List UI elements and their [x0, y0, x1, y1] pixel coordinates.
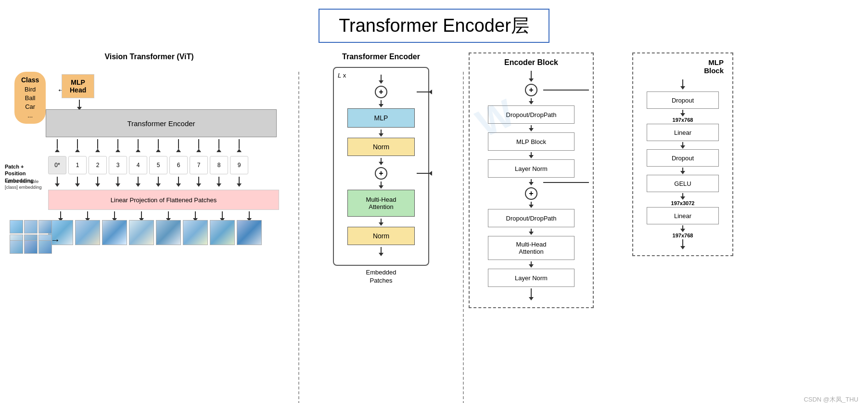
page-title-container: Transformer Encoder层 [0, 0, 868, 43]
mlp-top-arrow [680, 79, 685, 90]
transformer-encoder-box: Transformer Encoder [46, 109, 277, 137]
te-mha-label: Multi-HeadAttention [366, 196, 396, 210]
eb-dropout1-box: Dropout/DropPath [488, 105, 574, 124]
token-arrows-down [48, 177, 248, 187]
ta8 [190, 139, 208, 152]
arrow-img-to-patches: → [51, 234, 60, 246]
eb-dropout1-label: Dropout/DropPath [506, 111, 557, 118]
mlp-arrow-2 [680, 142, 685, 149]
mlp-linear1-label: Linear [674, 129, 691, 136]
csdn-label: CSDN @木凤_THU [804, 395, 858, 403]
transformer-encoder-label: Transformer Encoder [127, 119, 195, 128]
linear-proj-label: Linear Projection of Flattened Patches [111, 196, 217, 204]
linear-proj-box: Linear Projection of Flattened Patches [48, 190, 279, 210]
mlp-size2: 197x3072 [671, 200, 695, 206]
te-arrow-2 [344, 130, 419, 137]
eb-plus-top: + [473, 84, 589, 96]
eb-arrow-4 [529, 179, 534, 185]
class-items: BirdBallCar... [21, 85, 39, 120]
vit-title: Vision Transformer (ViT) [5, 52, 294, 61]
mlp-size3: 197x768 [673, 233, 693, 238]
eb-skip-line-2h [543, 182, 589, 183]
mlp-linear2-box: Linear [647, 207, 719, 224]
mlp-block-section: MLPBlock Dropout 197x768 [627, 52, 762, 256]
te-arrow-4 [344, 182, 419, 189]
token-2: 2 [89, 156, 107, 174]
mlp-size1: 197x768 [673, 117, 693, 123]
image-patches-row [48, 220, 262, 245]
token-8: 8 [210, 156, 228, 174]
token-7: 7 [190, 156, 208, 174]
mlp-arrow-1 [680, 110, 685, 117]
eb-dropout2-box: Dropout/DropPath [488, 209, 574, 227]
top-output-arrow [344, 75, 419, 84]
eb-arrow-3 [529, 152, 534, 158]
mlp-dropout2-box: Dropout [647, 149, 719, 167]
skip-arrow-mid [417, 171, 432, 176]
te-arrow-6 [344, 247, 419, 256]
img-patch-7 [210, 220, 235, 245]
token-9: 9 [230, 156, 248, 174]
extra-label: * Extra learnable[class] embedding [5, 179, 48, 191]
plus-circle-top: + [344, 86, 419, 98]
img-patch-4 [129, 220, 154, 245]
mlp-arrow-3 [680, 168, 685, 174]
ta3 [89, 139, 107, 152]
te-norm1-label: Norm [373, 143, 389, 151]
eb-arrow-6 [529, 229, 534, 235]
token-1: 1 [68, 156, 87, 174]
token-5: 5 [149, 156, 167, 174]
eb-mlpblock-box: MLP Block [488, 132, 574, 151]
te-norm2-label: Norm [373, 232, 389, 240]
eb-layernorm2-box: Layer Norm [488, 269, 574, 287]
eb-arrow-1 [529, 98, 534, 104]
te-mlp-box: MLP [347, 108, 415, 128]
ta6 [149, 139, 167, 152]
te-title: Transformer Encoder [309, 52, 453, 61]
eb-mha-box: Multi-HeadAttention [488, 236, 574, 260]
eb-layernorm1-label: Layer Norm [515, 165, 548, 172]
eb-plus-mid-symbol: + [525, 187, 537, 200]
ta2 [68, 139, 87, 152]
te-section: Transformer Encoder L x + [299, 52, 463, 285]
mlp-block-title: MLPBlock [640, 58, 726, 75]
ta5 [129, 139, 147, 152]
arrow-mlp-down [77, 100, 82, 110]
eb-layernorm2-label: Layer Norm [515, 274, 548, 282]
embedded-patches-label: EmbeddedPatches [309, 269, 453, 285]
eb-mid-section [473, 179, 589, 185]
img-patch-6 [183, 220, 208, 245]
page-title: Transformer Encoder层 [319, 9, 549, 43]
eb-mlpblock-label: MLP Block [516, 138, 546, 145]
vit-section: Vision Transformer (ViT) Class BirdBallC… [0, 52, 298, 337]
img-patch-8 [237, 220, 262, 245]
class-box: Class BirdBallCar... [14, 72, 46, 124]
mlp-dropout-top-box: Dropout [647, 91, 719, 109]
plus-mid-symbol: + [375, 167, 387, 180]
eb-section: Encoder Block + [464, 52, 627, 308]
te-mha-box: Multi-HeadAttention [347, 190, 415, 217]
img-patch-2 [75, 220, 100, 245]
img-patch-3 [102, 220, 127, 245]
eb-plus-mid: + [473, 187, 589, 200]
ta7 [169, 139, 188, 152]
encoder-block-title: Encoder Block [476, 58, 586, 67]
mlp-linear1-box: Linear [647, 124, 719, 141]
te-outer-box: L x + MLP [333, 67, 429, 266]
eb-mha-label: Multi-HeadAttention [516, 241, 547, 255]
token-arrows-up [48, 139, 248, 152]
token-6: 6 [169, 156, 188, 174]
eb-flow: + Dropout/DropPath [476, 71, 586, 302]
te-norm1-box: Norm [347, 138, 415, 156]
ta10 [230, 139, 248, 152]
mlp-arrow-4 [680, 193, 685, 200]
mlp-block-flow: Dropout 197x768 Linear [640, 79, 726, 250]
te-mlp-label: MLP [374, 114, 388, 122]
eb-plus-top-symbol: + [525, 84, 537, 96]
mlp-arrow-5 [680, 225, 685, 232]
ta4 [109, 139, 127, 152]
eb-arrow-5 [529, 202, 534, 208]
mlp-dropout2-label: Dropout [672, 155, 694, 162]
eb-skip-line-1h [543, 90, 589, 91]
eb-arrow-2 [529, 125, 534, 131]
